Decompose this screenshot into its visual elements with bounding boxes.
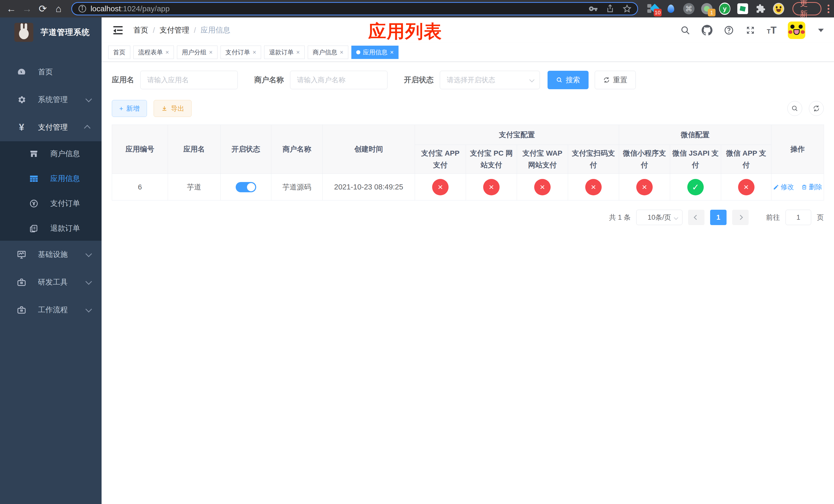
close-icon[interactable]: × <box>253 49 256 56</box>
sidebar-item-app-info[interactable]: 应用信息 <box>0 166 102 191</box>
delete-link[interactable]: 删除 <box>801 183 822 191</box>
close-icon[interactable]: × <box>209 49 213 56</box>
tags-view-bar: 首页 流程表单× 用户分组× 支付订单× 退款订单× 商户信息× 应用信息× <box>102 43 834 62</box>
app-name-label: 应用名 <box>112 75 134 85</box>
search-icon <box>791 105 798 112</box>
tab-pay-order[interactable]: 支付订单× <box>221 46 261 59</box>
sidebar-fold-icon[interactable] <box>112 24 124 37</box>
status-label: 开启状态 <box>404 75 434 85</box>
sidebar-item-system[interactable]: 系统管理 <box>0 86 102 114</box>
tab-user-group[interactable]: 用户分组× <box>177 46 218 59</box>
bookmark-star-icon[interactable] <box>622 4 632 13</box>
status-badge: × <box>534 179 551 196</box>
header-search-icon[interactable] <box>680 25 690 36</box>
edit-link[interactable]: 修改 <box>773 183 794 191</box>
browser-forward-button[interactable]: → <box>20 2 33 16</box>
close-icon[interactable]: × <box>166 49 169 56</box>
col-alipay-app: 支付宝 APP 支付 <box>415 145 466 174</box>
site-info-icon[interactable] <box>78 4 87 13</box>
extension-command-icon[interactable]: ⌘ <box>683 3 695 14</box>
sidebar: 芋道管理系统 首页 系统管理 ¥ 支付管理 <box>0 18 102 504</box>
avatar-caret-icon[interactable] <box>818 29 824 32</box>
goto-page-input[interactable] <box>786 210 811 225</box>
breadcrumb: 首页 / 支付管理 / 应用信息 <box>133 25 230 36</box>
merchant-name-input[interactable] <box>290 71 388 89</box>
enable-toggle[interactable] <box>236 182 256 192</box>
extension-y-icon[interactable]: y <box>719 3 730 14</box>
export-button[interactable]: 导出 <box>154 100 192 117</box>
github-icon[interactable] <box>702 25 712 36</box>
help-icon[interactable] <box>724 25 734 36</box>
browser-reload-button[interactable]: ⟳ <box>36 2 49 16</box>
toggle-search-button[interactable] <box>787 101 802 116</box>
browser-back-button[interactable]: ← <box>5 2 18 16</box>
edit-pencil-icon <box>773 184 779 190</box>
sidebar-item-pay-order[interactable]: 支付订单 <box>0 191 102 216</box>
fullscreen-icon[interactable] <box>745 25 755 36</box>
yen-icon: ¥ <box>16 122 27 133</box>
reset-button[interactable]: 重置 <box>595 71 636 89</box>
col-actions: 操作 <box>771 125 824 174</box>
extension-recorder-icon[interactable]: 1 <box>701 3 712 14</box>
next-page-button[interactable] <box>732 210 749 225</box>
status-badge: × <box>636 179 653 196</box>
tab-home[interactable]: 首页 <box>108 46 130 59</box>
page-number-1[interactable]: 1 <box>710 210 727 225</box>
extension-balloon-icon[interactable] <box>665 3 677 14</box>
tab-refund-order[interactable]: 退款订单× <box>264 46 305 59</box>
tab-app-info[interactable]: 应用信息× <box>351 46 398 59</box>
sidebar-item-dev-tools[interactable]: 研发工具 <box>0 269 102 296</box>
prev-page-button[interactable] <box>688 210 704 225</box>
filter-form: 应用名 商户名称 开启状态 搜索 重置 <box>112 71 824 89</box>
extension-chat-icon[interactable] <box>737 3 748 14</box>
documents-icon <box>29 224 39 233</box>
col-alipay-pc: 支付宝 PC 网站支付 <box>466 145 517 174</box>
grid-icon <box>29 174 39 183</box>
app-name-input[interactable] <box>140 71 238 89</box>
table-row: 6 芋道 芋道源码 2021-10-23 08:49:25 × × × × × … <box>112 174 824 201</box>
add-button[interactable]: + 新增 <box>112 100 147 117</box>
close-icon[interactable]: × <box>390 49 394 56</box>
total-count: 共 1 条 <box>609 213 631 222</box>
browser-home-button[interactable]: ⌂ <box>52 2 65 16</box>
plus-icon: + <box>119 105 123 113</box>
breadcrumb-payment[interactable]: 支付管理 <box>159 25 189 36</box>
share-icon[interactable] <box>606 4 615 13</box>
page-size-select[interactable]: 10条/页 <box>636 210 682 225</box>
profile-avatar[interactable] <box>773 3 784 14</box>
password-key-icon[interactable] <box>589 4 598 13</box>
close-icon[interactable]: × <box>296 49 300 56</box>
refresh-table-button[interactable] <box>809 101 824 116</box>
status-select[interactable] <box>440 71 540 89</box>
extension-flow-icon[interactable]: 10 <box>647 3 659 14</box>
status-badge: × <box>483 179 500 196</box>
chrome-update-button[interactable]: 更新 <box>792 2 821 15</box>
chevron-right-icon <box>738 215 743 220</box>
cell-app-id: 6 <box>112 174 168 201</box>
screenshot-root: ← → ⟳ ⌂ localhost:1024/pay/app 10 ⌘ 1 <box>0 0 834 504</box>
chevron-down-icon <box>85 250 92 257</box>
user-avatar[interactable] <box>788 22 805 39</box>
toolbox-icon <box>16 305 27 315</box>
tab-flow-form[interactable]: 流程表单× <box>133 46 174 59</box>
col-status: 开启状态 <box>221 125 271 174</box>
close-icon[interactable]: × <box>340 49 344 56</box>
sidebar-item-merchant-info[interactable]: 商户信息 <box>0 141 102 166</box>
breadcrumb-home[interactable]: 首页 <box>133 25 148 36</box>
sidebar-item-payment[interactable]: ¥ 支付管理 <box>0 114 102 141</box>
col-group-alipay: 支付宝配置 <box>415 125 619 145</box>
refresh-icon <box>813 105 820 112</box>
table-toolbar: + 新增 导出 <box>112 100 824 117</box>
sidebar-item-refund-order[interactable]: 退款订单 <box>0 216 102 241</box>
chrome-menu-icon[interactable] <box>828 5 829 13</box>
extensions-puzzle-icon[interactable] <box>755 3 766 14</box>
address-bar[interactable]: localhost:1024/pay/app <box>71 2 638 15</box>
goto-suffix: 页 <box>817 213 824 222</box>
sidebar-logo[interactable]: 芋道管理系统 <box>0 18 102 47</box>
sidebar-item-workflow[interactable]: 工作流程 <box>0 296 102 324</box>
sidebar-item-infrastructure[interactable]: 基础设施 <box>0 241 102 269</box>
search-button[interactable]: 搜索 <box>548 71 589 89</box>
sidebar-item-home[interactable]: 首页 <box>0 58 102 86</box>
tab-merchant-info[interactable]: 商户信息× <box>308 46 348 59</box>
font-size-icon[interactable]: TT <box>767 25 776 36</box>
